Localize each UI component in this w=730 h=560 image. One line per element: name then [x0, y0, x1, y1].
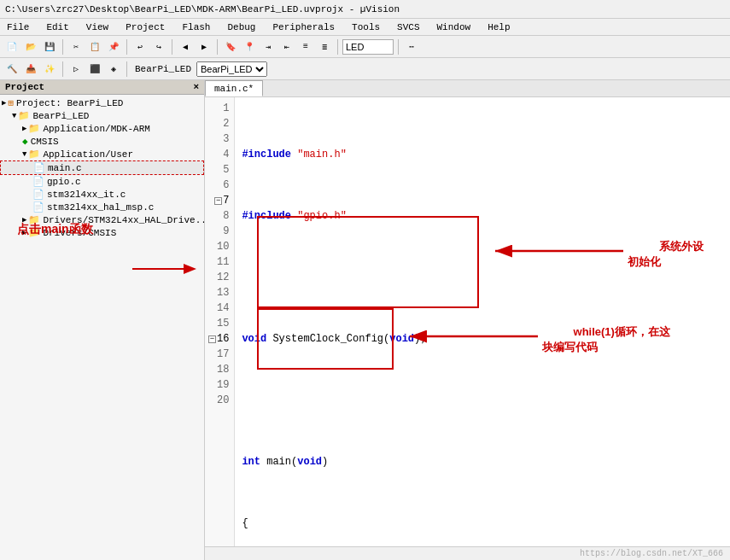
str-main-h: "main.h": [297, 147, 347, 162]
led-input[interactable]: [342, 39, 394, 55]
main-layout: Project × ▶ ⊞ Project: BearPi_LED ▼ 📁 Be…: [0, 80, 730, 560]
func-sysclock-decl: SystemClock_Config(: [272, 331, 389, 347]
menu-item-view[interactable]: View: [83, 21, 112, 33]
target-select[interactable]: BearPi_LED: [196, 61, 267, 77]
code-container[interactable]: 1 2 3 4 5 6 − 7 8 9 10 11 12 13 14 15 −: [205, 97, 730, 560]
load-btn[interactable]: 📥: [22, 61, 39, 78]
kw-void-main: void: [297, 454, 322, 470]
menu-item-debug[interactable]: Debug: [224, 21, 259, 33]
folder-icon-drivers-cmsis: 📁: [28, 227, 40, 238]
titlebar-text: C:\Users\zrc27\Desktop\BearPi_LED\MDK-AR…: [5, 4, 400, 15]
statusbar-url: https://blog.csdn.net/XT_666: [580, 549, 723, 558]
project-name-display: BearPi_LED: [135, 64, 191, 74]
project-panel-title: Project: [5, 82, 44, 92]
line-num-1: 1: [205, 101, 234, 116]
toolbar1: 📄 📂 💾 ✂ 📋 📌 ↩ ↪ ◀ ▶ 🔖 📍 ⇥ ⇤ ≡ ≣ ⋯: [0, 36, 730, 58]
line-num-13: 13: [205, 285, 234, 300]
kw-void-decl: void: [242, 331, 272, 347]
code-line-7: {: [242, 516, 723, 531]
sep5: [337, 39, 338, 55]
func-main: main(: [266, 454, 297, 470]
line-num-3: 3: [205, 131, 234, 147]
new-btn[interactable]: 📄: [3, 38, 20, 55]
code-line-2: #include "gpio.h": [242, 208, 723, 224]
menu-item-file[interactable]: File: [3, 21, 32, 33]
file-icon-main: 📄: [33, 162, 45, 173]
copy-btn[interactable]: 📋: [86, 38, 103, 55]
format2-btn[interactable]: ≣: [316, 38, 333, 55]
redo-btn[interactable]: ↪: [150, 38, 167, 55]
svg-marker-1: [184, 264, 196, 274]
menu-item-flash[interactable]: Flash: [178, 21, 213, 33]
folder-icon-drivers-stm: 📁: [28, 214, 40, 225]
tree-label-app-user: Application/User: [43, 149, 133, 160]
tab-main-c[interactable]: main.c*: [205, 80, 263, 96]
fold-marker-7[interactable]: −: [214, 197, 222, 205]
back-btn[interactable]: ◀: [177, 38, 194, 55]
titlebar: C:\Users\zrc27\Desktop\BearPi_LED\MDK-AR…: [0, 0, 730, 19]
tree-item-stm32-hal[interactable]: 📄 stm32l4xx_hal_msp.c: [0, 201, 204, 213]
tree-label-drivers-stm: Drivers/STM32L4xx_HAL_Drive...: [43, 215, 204, 225]
cmsis-icon: ◆: [22, 136, 28, 147]
line-num-10: 10: [205, 239, 234, 254]
tree-item-mdk[interactable]: ▶ 📁 Application/MDK-ARM: [0, 122, 204, 135]
more-btn[interactable]: ⋯: [403, 38, 420, 55]
tree-item-gpio-c[interactable]: 📄 gpio.c: [0, 175, 204, 188]
fwd-btn[interactable]: ▶: [196, 38, 213, 55]
folder-icon-mdk: 📁: [28, 123, 40, 134]
debug2-btn[interactable]: ⬛: [86, 61, 103, 78]
tree-item-project-root[interactable]: ▶ ⊞ Project: BearPi_LED: [0, 96, 204, 109]
format-btn[interactable]: ≡: [297, 38, 314, 55]
build-btn[interactable]: 🔨: [3, 61, 20, 78]
line-num-6: 6: [205, 178, 234, 193]
undo-btn[interactable]: ↩: [131, 38, 149, 55]
debug-btn[interactable]: ▷: [67, 61, 85, 78]
sep3: [172, 39, 172, 55]
paste-btn[interactable]: 📌: [105, 38, 122, 55]
tab-label: main.c*: [214, 84, 254, 94]
line-num-4: 4: [205, 147, 234, 162]
kw-int: int: [242, 454, 266, 470]
menu-item-tools[interactable]: Tools: [348, 21, 383, 33]
indent-btn[interactable]: ⇥: [260, 38, 277, 55]
tree-label-gpio-c: gpio.c: [47, 177, 81, 187]
bookmark2-btn[interactable]: 📍: [241, 38, 258, 55]
file-icon-gpio: 📄: [32, 176, 44, 187]
menu-item-help[interactable]: Help: [484, 21, 513, 33]
tree-item-bearpi[interactable]: ▼ 📁 BearPi_LED: [0, 109, 204, 122]
editor-area: main.c* 1 2 3 4 5 6 − 7 8 9 10 11 12: [205, 80, 730, 560]
line-num-2: 2: [205, 116, 234, 131]
fold-marker-16[interactable]: −: [208, 335, 216, 343]
tree-item-app-user[interactable]: ▼ 📁 Application/User: [0, 148, 204, 160]
tab-bar: main.c*: [205, 80, 730, 97]
unindent-btn[interactable]: ⇤: [278, 38, 295, 55]
save-btn[interactable]: 💾: [41, 38, 58, 55]
menu-item-project[interactable]: Project: [122, 21, 168, 33]
menu-item-peripherals[interactable]: Peripherals: [269, 21, 338, 33]
tree-item-main-c[interactable]: 📄 main.c: [0, 160, 204, 175]
sep2: [126, 39, 127, 55]
line-num-12: 12: [205, 270, 234, 285]
project-panel-close[interactable]: ×: [193, 82, 199, 92]
debug3-btn[interactable]: ◈: [105, 61, 122, 78]
tree-item-stm32-it[interactable]: 📄 stm32l4xx_it.c: [0, 188, 204, 201]
line-num-14: 14: [205, 300, 234, 316]
sep8: [126, 61, 127, 77]
tree-item-cmsis[interactable]: ◆ CMSIS: [0, 135, 204, 148]
bookmark-btn[interactable]: 🔖: [222, 38, 239, 55]
menu-item-window[interactable]: Window: [434, 21, 475, 33]
project-panel-header: Project ×: [0, 80, 204, 95]
menu-item-svcs[interactable]: SVCS: [394, 21, 423, 33]
line-num-7: − 7: [205, 193, 234, 208]
line-num-16: − 16: [205, 331, 234, 347]
file-icon-stm32it: 📄: [32, 189, 44, 200]
tree-item-drivers-cmsis[interactable]: ▶ 📁 Drivers/CMSIS: [0, 226, 204, 239]
magic-btn[interactable]: ✨: [41, 61, 58, 78]
tree-item-drivers-stm[interactable]: ▶ 📁 Drivers/STM32L4xx_HAL_Drive...: [0, 213, 204, 226]
code-editor[interactable]: #include "main.h" #include "gpio.h" void…: [235, 97, 730, 560]
annotation-text-init: 系统外设初始化: [628, 224, 703, 286]
statusbar: https://blog.csdn.net/XT_666: [205, 546, 730, 560]
cut-btn[interactable]: ✂: [67, 38, 85, 55]
menu-item-edit[interactable]: Edit: [43, 21, 72, 33]
open-btn[interactable]: 📂: [22, 38, 39, 55]
